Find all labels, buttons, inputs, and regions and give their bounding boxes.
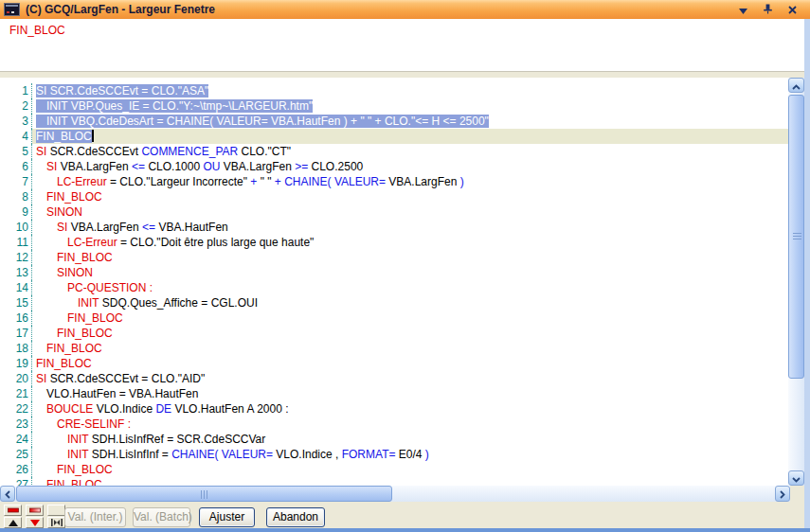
window-bottom-border [0, 528, 810, 532]
line-number: 15 [0, 295, 32, 310]
close-button[interactable] [785, 3, 799, 16]
code-line-content: FIN_BLOC [32, 326, 788, 341]
mini-button-opposing-arrows[interactable] [47, 517, 65, 528]
horizontal-scroll-thumb[interactable] [16, 486, 392, 502]
bottom-toolbar: Val. (Inter.) Val. (Batch) Ajuster Aband… [0, 502, 804, 528]
line-number: 14 [0, 280, 32, 295]
vertical-scroll-thumb[interactable] [788, 95, 804, 379]
thumb-grip [793, 233, 801, 241]
code-editor[interactable]: 1SI SCR.CdeSCCEvt = CLO."ASA"2INIT VBP.Q… [0, 78, 788, 486]
code-line[interactable]: 24INIT SDH.LisInfRef = SCR.CdeSCCVar [0, 432, 788, 447]
top-output-panel: FIN_BLOC [0, 19, 804, 72]
menu-dropdown-button[interactable] [736, 3, 749, 16]
mini-button-up-triangle[interactable] [4, 517, 22, 528]
code-line[interactable]: 15INIT SDQ.Ques_Affiche = CGL.OUI [0, 295, 788, 310]
horizontal-scrollbar[interactable] [0, 486, 790, 502]
scroll-right-button[interactable] [775, 486, 790, 502]
chevron-down-icon [792, 470, 801, 487]
vertical-scrollbar[interactable] [788, 78, 804, 486]
line-number: 10 [0, 220, 32, 235]
code-line[interactable]: 21VLO.HautFen = VBA.HautFen [0, 386, 788, 401]
window-title: (C) GCQ/LargFen - Largeur Fenetre [26, 3, 215, 16]
scrollbar-corner [790, 486, 804, 502]
code-line-content: LC-Erreur = CLO."Largeur Incorrecte" + "… [32, 174, 788, 189]
line-number: 17 [0, 326, 32, 341]
code-line-content: INIT VBP.Ques_IE = CLO."Y:~\tmp~\LARGEUR… [32, 98, 788, 114]
scroll-up-button[interactable] [788, 78, 804, 93]
code-line-content: SI SCR.CdeSCCEvt COMMENCE_PAR CLO."CT" [32, 144, 788, 159]
code-line[interactable]: 25INIT SDH.LisInfInf = CHAINE( VALEUR= V… [0, 447, 788, 462]
code-line[interactable]: 26FIN_BLOC [0, 462, 788, 477]
code-line[interactable]: 2INIT VBP.Ques_IE = CLO."Y:~\tmp~\LARGEU… [0, 98, 788, 114]
line-number: 22 [0, 401, 32, 417]
code-line[interactable]: 18FIN_BLOC [0, 341, 788, 356]
code-line[interactable]: 1SI SCR.CdeSCCEvt = CLO."ASA" [0, 83, 788, 98]
code-line[interactable]: 27FIN_BLOC [0, 477, 788, 486]
code-line[interactable]: 19FIN_BLOC [0, 356, 788, 371]
line-number: 20 [0, 371, 32, 386]
code-line-content: LC-Erreur = CLO."Doit être plus large qu… [32, 235, 788, 250]
code-line-content: BOUCLE VLO.Indice DE VLO.HautFen A 2000 … [32, 401, 788, 417]
code-line[interactable]: 4FIN_BLOC [0, 129, 788, 144]
abandon-button[interactable]: Abandon [266, 507, 325, 527]
code-line[interactable]: 16FIN_BLOC [0, 310, 788, 326]
code-line[interactable]: 22BOUCLE VLO.Indice DE VLO.HautFen A 200… [0, 401, 788, 417]
line-number: 3 [0, 114, 32, 129]
code-line[interactable]: 3INIT VBQ.CdeDesArt = CHAINE( VALEUR= VB… [0, 114, 788, 129]
line-number: 5 [0, 144, 32, 159]
scroll-left-button[interactable] [0, 486, 15, 502]
code-line-content: INIT SDQ.Ques_Affiche = CGL.OUI [32, 295, 788, 310]
line-number: 8 [0, 189, 32, 204]
code-line-content: FIN_BLOC [32, 477, 788, 486]
code-line-content: SINON [32, 204, 788, 220]
line-number: 18 [0, 341, 32, 356]
code-line-content: VLO.HautFen = VBA.HautFen [32, 386, 788, 401]
line-number: 19 [0, 356, 32, 371]
line-number: 13 [0, 265, 32, 280]
code-line-content: SI VBA.LargFen <= CLO.1000 OU VBA.LargFe… [32, 159, 788, 174]
code-line-content: FIN_BLOC [32, 250, 788, 265]
code-line-content: FIN_BLOC [32, 462, 788, 477]
scroll-down-button[interactable] [788, 470, 804, 486]
code-line[interactable]: 7LC-Erreur = CLO."Largeur Incorrecte" + … [0, 174, 788, 189]
window-titlebar: (C) GCQ/LargFen - Largeur Fenetre [0, 0, 810, 19]
thumb-grip [201, 490, 209, 499]
pin-button[interactable] [761, 3, 774, 16]
ajuster-button[interactable]: Ajuster [199, 507, 255, 527]
mini-button-down-triangle[interactable] [26, 517, 44, 528]
line-number: 6 [0, 159, 32, 174]
code-line[interactable]: 8FIN_BLOC [0, 189, 788, 204]
text-caret [92, 130, 94, 142]
code-line[interactable]: 12FIN_BLOC [0, 250, 788, 265]
application-window: (C) GCQ/LargFen - Largeur Fenetre [0, 0, 810, 532]
line-number: 9 [0, 204, 32, 220]
code-line[interactable]: 17FIN_BLOC [0, 326, 788, 341]
selection-highlight: SI SCR.CdeSCCEvt = CLO."ASA" [36, 84, 208, 98]
val-batch-button[interactable]: Val. (Batch) [133, 507, 190, 527]
line-number: 7 [0, 174, 32, 189]
line-number: 23 [0, 417, 32, 432]
code-line-content: INIT SDH.LisInfInf = CHAINE( VALEUR= VLO… [32, 447, 788, 462]
code-line[interactable]: 23CRE-SELINF : [0, 417, 788, 432]
selection-highlight: INIT VBP.Ques_IE = CLO."Y:~\tmp~\LARGEUR… [36, 99, 313, 113]
chevron-left-icon [5, 486, 10, 503]
code-line[interactable]: 11LC-Erreur = CLO."Doit être plus large … [0, 235, 788, 250]
code-line[interactable]: 9SINON [0, 204, 788, 220]
chevron-right-icon [780, 486, 785, 503]
code-line[interactable]: 13SINON [0, 265, 788, 280]
code-line[interactable]: 6SI VBA.LargFen <= CLO.1000 OU VBA.LargF… [0, 159, 788, 174]
code-line[interactable]: 14PC-QUESTION : [0, 280, 788, 295]
code-line[interactable]: 5SI SCR.CdeSCCEvt COMMENCE_PAR CLO."CT" [0, 144, 788, 159]
chevron-up-icon [792, 77, 801, 94]
code-line-content: SI SCR.CdeSCCEvt = CLO."AID" [32, 371, 788, 386]
code-line-content: PC-QUESTION : [32, 280, 788, 295]
code-line-content: SI SCR.CdeSCCEvt = CLO."ASA" [32, 83, 788, 98]
code-line[interactable]: 10SI VBA.LargFen <= VBA.HautFen [0, 220, 788, 235]
code-line[interactable]: 20SI SCR.CdeSCCEvt = CLO."AID" [0, 371, 788, 386]
val-inter-button[interactable]: Val. (Inter.) [64, 507, 126, 527]
line-number: 4 [0, 129, 32, 144]
line-number: 11 [0, 235, 32, 250]
titlebar-controls [736, 3, 810, 16]
line-number: 12 [0, 250, 32, 265]
code-line-content: FIN_BLOC [32, 189, 788, 204]
